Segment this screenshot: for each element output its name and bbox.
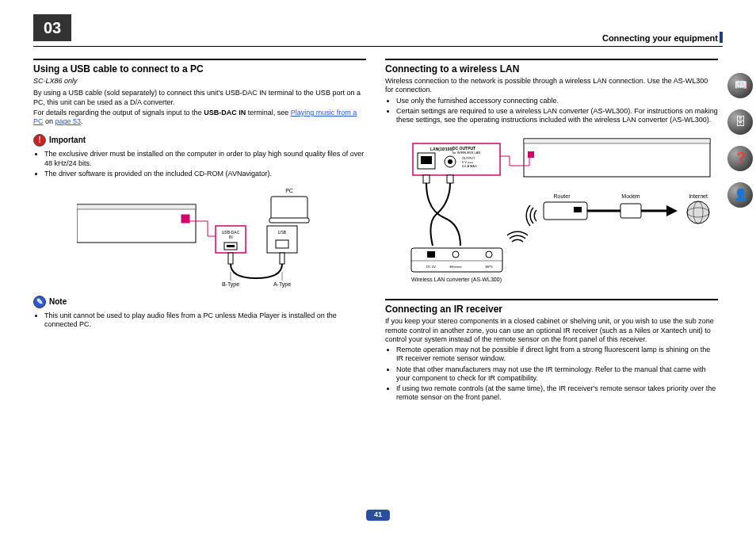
ir-heading: Connecting an IR receiver [385,299,718,315]
list-item: This unit cannot be used to play audio f… [44,311,366,330]
chapter-title: Connecting your equipment [602,33,718,44]
svg-marker-34 [666,205,678,216]
text: on [44,117,55,125]
svg-rect-11 [280,253,284,264]
ir-list: Remote operation may not be possible if … [385,346,718,403]
conv-port: Ethernet [449,265,462,269]
svg-rect-7 [269,218,309,223]
book-icon[interactable]: 📖 [727,73,753,98]
important-icon: ! [33,134,46,147]
svg-rect-14 [524,139,710,177]
page-link[interactable]: page 53 [55,117,82,125]
left-column: Using a USB cable to connect to a PC SC-… [33,59,366,503]
usb-heading: Using a USB cable to connect to a PC [33,59,366,75]
list-item: Remote operation may not be possible if … [396,346,718,364]
svg-rect-22 [423,175,430,183]
title-accent-bar [720,32,723,43]
svg-point-28 [486,251,492,258]
usb-body-continued: For details regarding the output of sign… [33,109,366,127]
chapter-number-badge: 03 [33,14,71,41]
usb-diagram: USB-DAC IN PC USB B-Type [33,185,366,288]
svg-rect-0 [77,204,196,243]
important-label: Important [49,136,86,146]
note-label: Note [49,297,67,308]
converter-caption: Wireless LAN converter (AS-WL300) [411,277,502,283]
svg-rect-5 [227,245,235,247]
list-item: The driver software is provided on the i… [44,170,366,178]
wlan-list: Use only the furnished accessory connect… [385,97,718,125]
content-columns: Using a USB cable to connect to a PC SC-… [33,59,718,503]
conv-port: WPS [485,265,492,269]
ir-body: If you keep your stereo components in a … [385,317,718,344]
note-list: This unit cannot be used to play audio f… [33,311,366,330]
svg-rect-1 [77,204,196,209]
stack-icon[interactable]: 🗄 [727,109,753,135]
connector-label: A-Type [273,281,291,288]
router-label: Router [553,193,571,199]
svg-rect-9 [276,240,288,248]
manual-page: 03 Connecting your equipment Using a USB… [0,0,756,535]
svg-rect-32 [620,204,641,218]
list-item: The exclusive driver must be installed o… [44,150,366,168]
svg-rect-6 [271,197,307,220]
list-item: Note that other manufacturers may not us… [396,365,718,384]
question-icon[interactable]: ❓ [727,146,753,171]
wlan-body: Wireless connection to the network is po… [385,77,718,95]
list-item: If using two remote controls (at the sam… [396,384,718,403]
dc-sub: for WIRELESS LAN [452,151,480,155]
top-divider [33,46,723,47]
note-icon: ✎ [33,296,46,308]
svg-rect-19 [421,156,432,164]
text: For details regarding the output of sign… [33,109,204,117]
svg-point-21 [448,159,452,164]
modem-label: Modem [621,193,640,199]
text: terminal, see [246,109,291,117]
lan-label: LAN(10/100) [430,147,453,151]
svg-rect-26 [427,251,435,258]
wlan-heading: Connecting to a wireless LAN [385,59,718,75]
svg-point-35 [687,201,709,224]
svg-rect-15 [524,139,710,143]
svg-rect-30 [574,207,582,212]
note-callout: ✎ Note [33,296,366,308]
port-label: USB [278,230,287,235]
usb-diagram-svg: USB-DAC IN PC USB B-Type [77,185,323,288]
list-item: Use only the furnished accessory connect… [396,97,718,105]
connector-label: B-Type [222,281,239,288]
internet-label: Internet [689,193,708,199]
bold-term: USB-DAC IN [204,109,246,117]
important-list: The exclusive driver must be installed o… [33,150,366,178]
list-item: Certain settings are required to use a w… [396,107,718,125]
svg-rect-10 [228,253,233,264]
svg-point-27 [452,251,459,258]
usb-body: By using a USB cable (sold separately) t… [33,89,366,107]
wlan-diagram-svg: LAN(10/100) DC OUTPUT for WIRELESS LAN O… [389,131,714,289]
important-callout: ! Important [33,134,366,147]
wlan-diagram: LAN(10/100) DC OUTPUT for WIRELESS LAN O… [385,131,718,289]
person-icon[interactable]: 👤 [727,182,753,208]
page-number: 41 [366,510,390,521]
right-column: Connecting to a wireless LAN Wireless co… [385,59,718,503]
model-note: SC-LX86 only [33,77,366,86]
port-label: IN [229,235,233,239]
conv-port: DC 5V [426,265,436,269]
side-nav-icons: 📖 🗄 ❓ 👤 [727,73,753,208]
pc-label: PC [285,188,293,193]
dc-lines: 0.6 A MAX [462,164,477,168]
svg-rect-23 [447,175,453,183]
period: . [81,117,83,125]
svg-rect-16 [528,151,534,158]
